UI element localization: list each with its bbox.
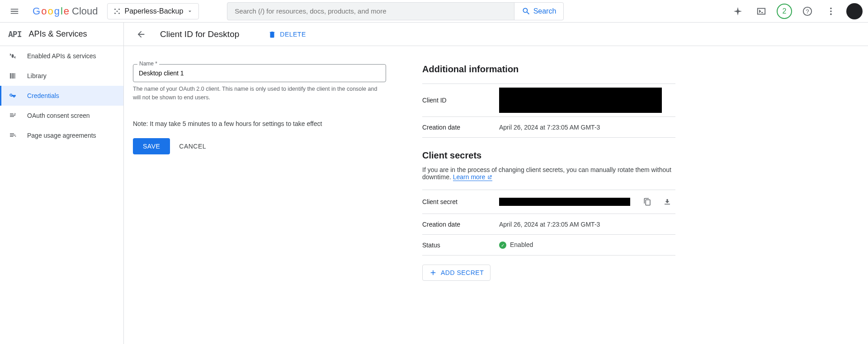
save-button[interactable]: SAVE <box>133 138 170 154</box>
search-button-label: Search <box>533 7 557 15</box>
client-id-label: Client ID <box>422 97 499 104</box>
status-row: Status ✓Enabled <box>422 235 675 256</box>
search-button[interactable]: Search <box>514 3 564 20</box>
svg-point-11 <box>10 94 12 96</box>
help-icon[interactable]: ? <box>799 3 816 19</box>
trash-icon <box>268 30 276 38</box>
page-title: Client ID for Desktop <box>160 29 239 39</box>
notifications-badge[interactable]: 2 <box>777 4 792 19</box>
gemini-icon[interactable] <box>730 3 746 19</box>
sidebar: API APIs & Services Enabled APIs & servi… <box>0 23 124 344</box>
sidebar-item-label: Enabled APIs & services <box>27 52 96 60</box>
creation-date-label: Creation date <box>422 124 499 131</box>
client-id-row: Client ID <box>422 84 675 117</box>
content-header: Client ID for Desktop DELETE <box>124 23 868 46</box>
form-actions: SAVE CANCEL <box>133 138 386 154</box>
consent-icon <box>8 112 17 120</box>
learn-more-link[interactable]: Learn more <box>453 173 492 181</box>
sidebar-header: API APIs & Services <box>0 23 123 46</box>
svg-text:?: ? <box>806 8 809 14</box>
svg-point-2 <box>118 9 120 10</box>
project-icon <box>113 7 121 15</box>
content: Client ID for Desktop DELETE Name * The … <box>124 23 868 344</box>
external-link-icon <box>487 175 492 180</box>
back-icon[interactable] <box>133 26 149 42</box>
name-field-wrap: Name * <box>133 64 386 82</box>
project-name: Paperless-Backup <box>125 7 184 15</box>
name-input[interactable] <box>133 64 386 82</box>
creation-date-value: April 26, 2024 at 7:23:05 AM GMT-3 <box>499 124 600 131</box>
status-label: Status <box>422 242 499 249</box>
project-selector[interactable]: Paperless-Backup <box>107 3 199 19</box>
name-help-text: The name of your OAuth 2.0 client. This … <box>133 85 386 102</box>
secret-creation-date-label: Creation date <box>422 221 499 228</box>
secret-creation-date-value: April 26, 2024 at 7:23:05 AM GMT-3 <box>499 221 600 228</box>
topbar: Google Cloud Paperless-Backup Search 2 ? <box>0 0 868 23</box>
sidebar-item-credentials[interactable]: Credentials <box>0 86 123 106</box>
sidebar-item-agreements[interactable]: Page usage agreements <box>0 126 123 145</box>
library-icon <box>8 72 17 80</box>
sidebar-item-library[interactable]: Library <box>0 66 123 86</box>
client-secrets-description: If you are in the process of changing cl… <box>422 166 675 181</box>
search-input[interactable] <box>227 7 514 15</box>
svg-point-0 <box>116 10 118 12</box>
name-label: Name * <box>137 60 159 67</box>
sidebar-item-label: Credentials <box>27 92 59 99</box>
secret-actions <box>639 194 675 210</box>
client-secret-label: Client secret <box>422 198 499 205</box>
svg-point-4 <box>118 13 120 14</box>
add-secret-label: ADD SECRET <box>441 269 484 276</box>
top-actions: 2 ? <box>730 3 863 19</box>
sidebar-title: APIs & Services <box>29 29 87 39</box>
svg-point-8 <box>830 7 832 9</box>
sidebar-item-enabled-apis[interactable]: Enabled APIs & services <box>0 46 123 66</box>
api-badge: API <box>8 29 22 39</box>
chevron-down-icon <box>187 8 193 14</box>
additional-info-heading: Additional information <box>422 64 675 74</box>
sidebar-item-oauth[interactable]: OAuth consent screen <box>0 106 123 126</box>
creation-date-row: Creation date April 26, 2024 at 7:23:05 … <box>422 117 675 138</box>
svg-point-3 <box>114 13 116 14</box>
client-secrets-heading: Client secrets <box>422 150 675 161</box>
enabled-icon: ✓ <box>499 242 506 249</box>
search-box: Search <box>227 2 564 20</box>
add-secret-button[interactable]: ADD SECRET <box>422 265 491 281</box>
key-icon <box>8 92 17 100</box>
search-icon <box>522 7 531 16</box>
delete-label: DELETE <box>280 31 306 38</box>
client-secret-row: Client secret <box>422 190 675 214</box>
info-column: Additional information Client ID Creatio… <box>422 64 675 281</box>
cancel-button[interactable]: CANCEL <box>179 143 206 150</box>
secret-creation-date-row: Creation date April 26, 2024 at 7:23:05 … <box>422 214 675 235</box>
more-icon[interactable] <box>823 3 839 19</box>
sidebar-item-label: Page usage agreements <box>27 132 96 139</box>
status-value: ✓Enabled <box>499 241 533 249</box>
sidebar-item-label: OAuth consent screen <box>27 112 90 119</box>
svg-point-9 <box>830 10 832 12</box>
svg-rect-5 <box>758 8 765 14</box>
delete-button[interactable]: DELETE <box>268 30 306 38</box>
menu-icon[interactable] <box>5 2 24 20</box>
svg-point-1 <box>114 9 116 10</box>
client-id-redacted <box>499 88 662 113</box>
client-secret-redacted <box>499 198 630 206</box>
copy-icon[interactable] <box>639 194 656 210</box>
download-icon[interactable] <box>659 194 675 210</box>
note-text: Note: It may take 5 minutes to a few hou… <box>133 120 386 127</box>
sidebar-item-label: Library <box>27 72 47 79</box>
app-icon <box>8 52 17 60</box>
google-cloud-logo[interactable]: Google Cloud <box>33 5 98 17</box>
cloud-shell-icon[interactable] <box>753 3 769 19</box>
svg-point-10 <box>830 13 832 15</box>
form-column: Name * The name of your OAuth 2.0 client… <box>133 64 386 281</box>
avatar[interactable] <box>846 3 863 19</box>
plus-icon <box>429 269 437 277</box>
agreement-icon <box>8 131 17 139</box>
